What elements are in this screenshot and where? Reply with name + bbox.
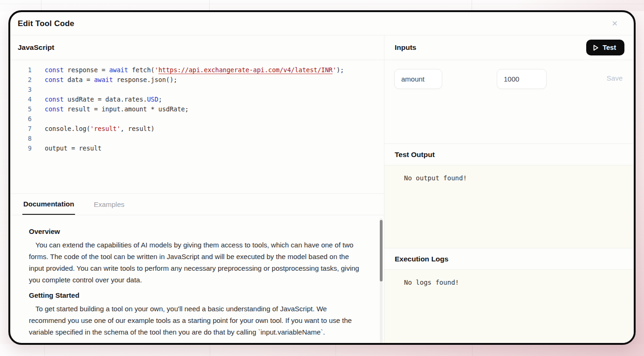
background-table-line (0, 4, 644, 4)
test-output-header: Test Output (384, 144, 634, 165)
execution-logs-title: Execution Logs (395, 255, 448, 263)
background-table-line (472, 0, 472, 11)
doc-section-heading: Overview (29, 226, 362, 236)
play-icon (593, 45, 598, 51)
background-table-line (44, 344, 45, 356)
inputs-body: Save (384, 60, 634, 144)
code-text: const usdRate = data.rates.USD; (32, 95, 162, 104)
code-panel: JavaScript 1const response = await fetch… (10, 35, 384, 343)
code-text: console.log('result', result) (32, 124, 155, 134)
line-number: 3 (10, 85, 32, 95)
code-text (32, 85, 45, 95)
scrollbar-thumb[interactable] (380, 220, 383, 281)
code-line[interactable]: 5const result = input.amount * usdRate; (10, 104, 384, 114)
background-table-line (41, 0, 41, 11)
modal-title: Edit Tool Code (18, 19, 74, 28)
code-line[interactable]: 7console.log('result', result) (10, 124, 384, 134)
doc-section-heading: Points to note: (29, 342, 362, 343)
code-line[interactable]: 6 (10, 114, 384, 124)
line-number: 5 (10, 104, 32, 114)
tab-documentation[interactable]: Documentation (22, 194, 75, 215)
save-button[interactable]: Save (607, 74, 623, 82)
docs-tabs: DocumentationExamples (10, 193, 384, 215)
modal-body: JavaScript 1const response = await fetch… (10, 35, 634, 343)
test-button[interactable]: Test (586, 40, 624, 55)
inputs-header: Inputs Test (384, 35, 634, 60)
line-number: 9 (10, 144, 32, 153)
code-text (32, 134, 45, 144)
input-value-field[interactable] (497, 69, 547, 89)
line-number: 4 (10, 95, 32, 104)
test-output-empty-message: No output found! (404, 174, 467, 182)
line-number: 2 (10, 75, 32, 85)
modal-header: Edit Tool Code ✕ (10, 12, 634, 35)
inputs-panel: Inputs Test Save Test Output No output f… (384, 35, 634, 343)
code-line[interactable]: 3 (10, 85, 384, 95)
editor-header: JavaScript (10, 35, 384, 60)
execution-logs-header: Execution Logs (384, 248, 634, 270)
test-output-body: No output found! (384, 165, 634, 248)
language-label: JavaScript (18, 43, 54, 52)
inputs-title: Inputs (395, 43, 417, 52)
code-text (32, 114, 45, 124)
code-line[interactable]: 9output = result (10, 144, 384, 153)
line-number: 7 (10, 124, 32, 134)
doc-paragraph: To get started building a tool on your o… (29, 303, 362, 338)
line-number: 8 (10, 134, 32, 144)
code-text: output = result (32, 144, 102, 153)
test-output-title: Test Output (395, 151, 435, 159)
code-editor[interactable]: 1const response = await fetch('https://a… (10, 60, 384, 193)
background-table-line (472, 344, 473, 356)
edit-tool-code-modal: Edit Tool Code ✕ JavaScript 1const respo… (8, 10, 636, 345)
code-text: const response = await fetch('https://ap… (32, 65, 344, 75)
background-table-line (209, 0, 210, 11)
execution-logs-body: No logs found! (384, 270, 634, 343)
code-line[interactable]: 8 (10, 134, 384, 144)
input-name-field[interactable] (394, 69, 442, 89)
background-page-bottom (0, 344, 644, 356)
code-text: const result = input.amount * usdRate; (32, 104, 189, 114)
test-button-label: Test (603, 44, 616, 51)
close-icon[interactable]: ✕ (612, 20, 618, 27)
background-page-top (0, 0, 644, 11)
execution-logs-empty-message: No logs found! (404, 279, 459, 286)
code-line[interactable]: 2const data = await response.json(); (10, 75, 384, 85)
line-number: 6 (10, 114, 32, 124)
doc-section-heading: Getting Started (29, 290, 362, 300)
code-text: const data = await response.json(); (32, 75, 177, 85)
background-table-line (210, 344, 210, 356)
tab-examples[interactable]: Examples (93, 194, 125, 215)
background-table-line (336, 344, 336, 356)
documentation-content: OverviewYou can extend the capabilities … (10, 215, 384, 343)
doc-paragraph: You can extend the capabilities of AI mo… (29, 239, 362, 286)
line-number: 1 (10, 65, 32, 75)
code-line[interactable]: 1const response = await fetch('https://a… (10, 65, 384, 75)
code-line[interactable]: 4const usdRate = data.rates.USD; (10, 95, 384, 104)
